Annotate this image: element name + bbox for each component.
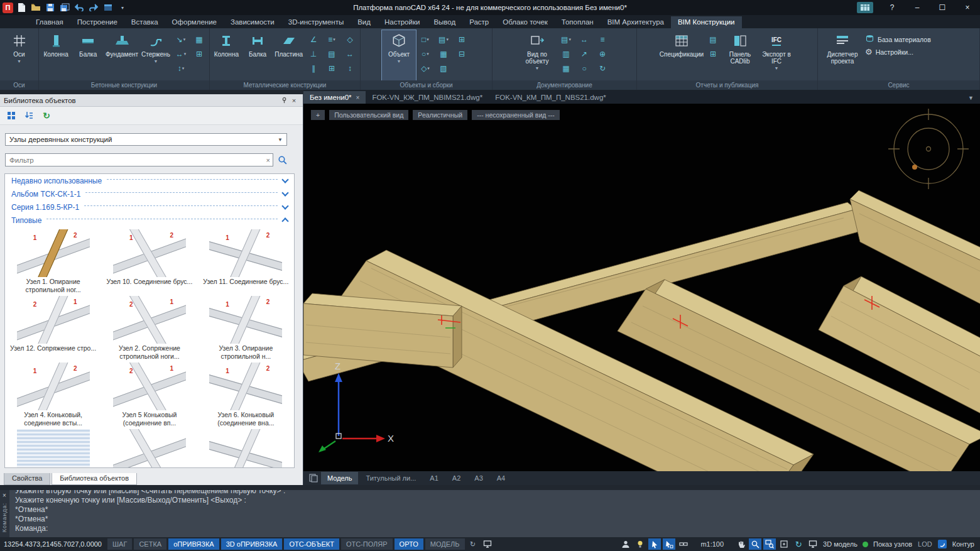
pin-icon[interactable] xyxy=(279,95,289,106)
beam-direction-icon[interactable]: ↘▾ xyxy=(172,33,190,46)
parallel-icon[interactable]: ∥ xyxy=(305,62,322,75)
annotation-scale[interactable]: m1:100 xyxy=(700,540,724,548)
panel-close-icon[interactable]: × xyxy=(289,95,299,106)
ribbon-tab-bim-constr[interactable]: BIM Конструкции xyxy=(671,16,742,28)
help-button[interactable]: ? xyxy=(879,0,905,15)
sheet-tab-a3[interactable]: A3 xyxy=(468,472,489,484)
toggle-model-space[interactable]: МОДЕЛЬ xyxy=(425,538,465,550)
report-export-icon[interactable]: ⊞ xyxy=(704,47,722,61)
viewport-add-button[interactable]: + xyxy=(311,110,325,120)
library-item[interactable]: 21 Узел 5 Коньковый (соединение вп... xyxy=(101,363,197,428)
new-document-icon[interactable] xyxy=(15,2,28,13)
edit-object-icon[interactable]: ▤▾ xyxy=(435,33,452,46)
sort-icon[interactable] xyxy=(23,109,35,122)
ribbon-tab-topoplan[interactable]: Топоплан xyxy=(555,16,601,28)
toggle-snap-step[interactable]: ШАГ xyxy=(107,538,132,550)
tree-item-album[interactable]: Альбом ТСК-СК-1-1 xyxy=(5,187,294,200)
angle-icon[interactable]: ∠ xyxy=(305,33,322,46)
toggle-grid[interactable]: СЕТКА xyxy=(134,538,166,550)
beam-flip-icon[interactable]: ↕▾ xyxy=(172,62,190,75)
section-view-icon[interactable]: ▤▾ xyxy=(557,33,575,46)
sheet-tab-a2[interactable]: A2 xyxy=(446,472,467,484)
lod-label[interactable]: LOD xyxy=(918,540,932,548)
model-3d-label[interactable]: 3D модель xyxy=(823,540,858,548)
script-window-icon[interactable] xyxy=(102,2,114,13)
toggle-osnap[interactable]: оПРИВЯЗКА xyxy=(168,538,219,550)
tree-item-recent[interactable]: Недавно использованные xyxy=(5,174,294,187)
sheet-tab-a4[interactable]: A4 xyxy=(491,472,511,484)
cadlib-panel-button[interactable]: Панель CADlib xyxy=(722,30,758,80)
filter-input[interactable] xyxy=(5,153,273,166)
model-viewport[interactable]: + Пользовательский вид Реалистичный --- … xyxy=(303,104,980,471)
foundation-button[interactable]: Фундамент xyxy=(104,30,139,80)
library-item[interactable] xyxy=(198,429,294,468)
join-icon[interactable]: ⊞ xyxy=(323,62,340,75)
library-item[interactable] xyxy=(101,429,197,468)
tab-properties[interactable]: Свойства xyxy=(4,473,50,485)
profiles-icon[interactable]: ≡▾ xyxy=(323,33,340,46)
ribbon-tab-vid[interactable]: Вид xyxy=(351,16,378,28)
view-name-button[interactable]: Пользовательский вид xyxy=(329,110,408,120)
axes-button[interactable]: Оси ▼ xyxy=(3,30,36,80)
zoom-extents-icon[interactable] xyxy=(778,538,790,550)
ribbon-tab-oblako[interactable]: Облако точек xyxy=(496,16,555,28)
tree-item-series[interactable]: Серия 1.169.5-КР-1 xyxy=(5,200,294,214)
open-folder-icon[interactable] xyxy=(30,2,42,13)
wooden-beam[interactable] xyxy=(303,293,462,368)
show-nodes-label[interactable]: Показ узлов xyxy=(873,540,912,548)
annotation-refresh-icon[interactable]: ↻ xyxy=(467,538,479,550)
notifications-bulb-icon[interactable] xyxy=(634,538,646,550)
contour-icon[interactable] xyxy=(936,538,949,550)
chevron-down-icon[interactable] xyxy=(281,202,288,209)
steel-beam-button[interactable]: Балка xyxy=(242,30,273,80)
concrete-column-button[interactable]: Колонна xyxy=(40,30,72,80)
chevron-down-icon[interactable] xyxy=(281,176,288,183)
library-item[interactable]: 12 Узел 11. Соединение брус... xyxy=(198,229,294,295)
visual-style-button[interactable]: Реалистичный xyxy=(413,110,467,120)
pan-hand-icon[interactable] xyxy=(734,538,747,550)
update-views-icon[interactable]: ↻ xyxy=(594,62,611,75)
stretch-icon[interactable]: ↔ xyxy=(341,47,359,61)
detach-icon[interactable]: ⊟ xyxy=(453,47,471,61)
library-item[interactable] xyxy=(5,429,101,468)
command-close-icon[interactable]: × xyxy=(3,492,6,499)
collaboration-users-icon[interactable] xyxy=(619,538,632,550)
display-mode-icon[interactable] xyxy=(807,538,819,550)
ribbon-tab-postroenie[interactable]: Построение xyxy=(70,16,124,28)
leader-icon[interactable]: ↗ xyxy=(575,47,593,61)
ribbon-tab-vyvod[interactable]: Вывод xyxy=(427,16,462,28)
chevron-up-icon[interactable] xyxy=(281,217,288,224)
filter-clear-icon[interactable]: × xyxy=(266,156,270,164)
dimension-icon[interactable]: ↔ xyxy=(575,33,593,46)
minimize-button[interactable]: – xyxy=(905,0,930,15)
ribbon-tab-glavnaya[interactable]: Главная xyxy=(29,16,70,28)
command-prompt[interactable]: Команда: xyxy=(15,524,974,533)
cursor-settings-icon[interactable] xyxy=(648,538,661,550)
redo-icon[interactable] xyxy=(87,2,100,13)
library-item[interactable]: 21 Узел 12. Сопряжение стро... xyxy=(5,296,101,361)
beam-align-icon[interactable]: ↔▾ xyxy=(172,47,190,61)
toggle-3d-osnap[interactable]: 3D оПРИВЯЗКА xyxy=(221,538,283,550)
maximize-button[interactable]: ☐ xyxy=(930,0,955,15)
ribbon-tab-rastr[interactable]: Растр xyxy=(462,16,496,28)
ribbon-tab-bim-arch[interactable]: BIM Архитектура xyxy=(601,16,671,28)
trim-icon[interactable]: ↕ xyxy=(341,62,359,75)
concrete-beam-button[interactable]: Балка xyxy=(72,30,104,80)
ribbon-tab-nastroyki[interactable]: Настройки xyxy=(378,16,427,28)
document-tab[interactable]: Без имени0* × xyxy=(303,91,366,104)
group-object-icon[interactable]: ○▾ xyxy=(416,47,434,61)
zoom-icon[interactable] xyxy=(749,538,761,550)
array-add-icon[interactable]: ⊞ xyxy=(190,47,208,61)
table-tool-icon[interactable] xyxy=(857,2,873,13)
mark-icon[interactable]: ○ xyxy=(575,62,593,75)
insert-object-icon[interactable]: □▾ xyxy=(416,33,434,46)
refresh-icon[interactable]: ↻ xyxy=(40,109,53,122)
library-item[interactable]: 21 Узел 2. Сопряжение стропильной ноги..… xyxy=(101,296,197,361)
report-table-icon[interactable]: ▤ xyxy=(704,33,722,46)
explode-object-icon[interactable]: ▧ xyxy=(435,62,452,75)
close-button[interactable]: × xyxy=(955,0,980,15)
document-tab[interactable]: FOK-VN_КЖ_ПМ_NBIMS21.dwg* xyxy=(366,91,489,104)
grid-view-icon[interactable] xyxy=(5,109,18,122)
assembly-icon[interactable]: ◇▾ xyxy=(416,62,434,75)
library-item[interactable]: 12 Узел 3. Опирание стропильной н... xyxy=(198,296,294,361)
